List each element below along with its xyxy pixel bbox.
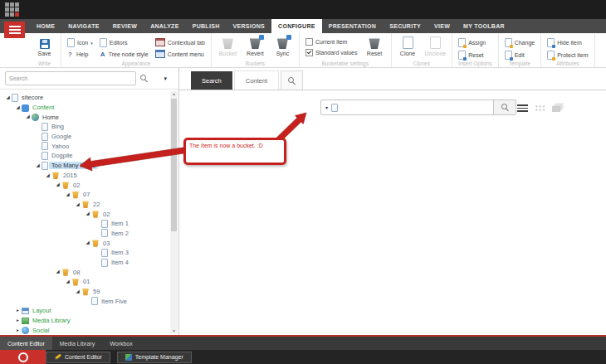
button-edit[interactable]: Edit [505, 51, 535, 60]
tree-scrollbar[interactable]: ▲ ▼ [170, 91, 178, 333]
search-icon[interactable] [140, 75, 148, 82]
tree-collapse-icon[interactable]: ◢ [64, 192, 71, 197]
tree-item-yahoo[interactable]: Yahoo [0, 141, 178, 151]
button-clone[interactable]: Clone [398, 36, 418, 56]
button-unclone[interactable]: Unclone [425, 36, 447, 56]
tree-expand-icon[interactable]: ▸ [14, 308, 22, 313]
tree-collapse-icon[interactable]: ◢ [74, 202, 81, 207]
tree-expand-icon[interactable]: ▸ [14, 328, 22, 333]
tree-item-home[interactable]: ◢Home [0, 112, 178, 122]
ribbon-tab-security[interactable]: SECURITY [383, 19, 428, 33]
app-tab-content-editor[interactable]: Content Editor [0, 337, 52, 350]
tree-item-item-4[interactable]: Item 4 [0, 258, 178, 268]
checkbox-current-item[interactable]: Current item [305, 38, 358, 46]
tree-item-bing[interactable]: Bing [0, 122, 178, 132]
scroll-down-icon[interactable]: ▼ [170, 328, 178, 333]
tree-collapse-icon[interactable]: ◢ [24, 114, 32, 119]
item-search-bar[interactable]: ▾ [320, 99, 496, 115]
taskbar-button-content-editor[interactable]: Content Editor [46, 352, 110, 363]
tree-item-layout[interactable]: ▸Layout [0, 306, 178, 316]
button-protect-item[interactable]: Protect item [547, 51, 588, 60]
tree-item-item-five[interactable]: Item Five [0, 296, 178, 306]
grid-view-icon[interactable] [535, 104, 545, 112]
button-icon[interactable]: Icon▾ [67, 38, 93, 47]
tree-item-03[interactable]: ◢03 [0, 238, 178, 248]
button-content-menu[interactable]: Content menu [155, 50, 205, 58]
tree-collapse-icon[interactable]: ◢ [74, 289, 81, 294]
button-bucket[interactable]: Bucket [217, 36, 238, 56]
ribbon-tab-review[interactable]: REVIEW [106, 19, 144, 33]
button-tree-node-style[interactable]: Tree node style [100, 51, 149, 58]
button-revert[interactable]: Revert [245, 36, 266, 56]
search-go-button[interactable] [493, 99, 516, 115]
button-reset[interactable]: Reset [364, 36, 385, 56]
app-tab-workbox[interactable]: Workbox [102, 337, 140, 350]
tree-item-2015[interactable]: ◢2015 [0, 171, 178, 181]
tree-collapse-icon[interactable]: ◢ [44, 173, 51, 178]
search-options-caret-icon[interactable]: ▾ [164, 75, 167, 82]
tree-expand-icon[interactable]: ▸ [14, 318, 22, 323]
checkbox-icon[interactable] [305, 38, 313, 46]
pencil-icon [54, 354, 61, 361]
button-contextual-tab[interactable]: Contextual tab [155, 38, 205, 46]
tree-collapse-icon[interactable]: ◢ [34, 163, 42, 168]
search-filter-caret-icon[interactable]: ▾ [325, 104, 328, 110]
item-search-input[interactable] [342, 104, 491, 111]
tree-item-item-1[interactable]: Item 1 [0, 219, 178, 229]
tree-item-sitecore[interactable]: ◢sitecore [0, 93, 178, 103]
tree-collapse-icon[interactable]: ◢ [54, 182, 61, 187]
tab-search[interactable]: Search [191, 71, 232, 90]
tree-collapse-icon[interactable]: ◢ [4, 95, 12, 100]
scrollbar-thumb[interactable] [171, 99, 177, 231]
tree-collapse-icon[interactable]: ◢ [64, 279, 71, 284]
tree-item-08[interactable]: ◢08 [0, 267, 178, 277]
tree-item-02[interactable]: ◢02 [0, 180, 178, 190]
sitecore-logo-button[interactable] [0, 350, 46, 364]
editor-search-tab-button[interactable] [281, 70, 303, 90]
button-reset[interactable]: Reset [458, 51, 486, 60]
tree-item-too-many-items[interactable]: ◢Too Many Items [0, 161, 178, 171]
button-change[interactable]: Change [505, 38, 535, 47]
ribbon-tab-analyze[interactable]: ANALYZE [144, 19, 186, 33]
checkbox-standard-values[interactable]: Standard values [305, 49, 358, 56]
tree-item-google[interactable]: Google [0, 132, 178, 142]
ribbon-tab-versions[interactable]: VERSIONS [227, 19, 272, 33]
button-assign[interactable]: Assign [458, 38, 486, 47]
ribbon-tab-navigate[interactable]: NAVIGATE [61, 19, 106, 33]
menu-hamburger-button[interactable] [4, 22, 25, 38]
tree-search-input[interactable] [5, 71, 136, 85]
scroll-up-icon[interactable]: ▲ [170, 91, 178, 96]
tree-collapse-icon[interactable]: ◢ [84, 211, 91, 216]
ribbon-tab-presentation[interactable]: PRESENTATION [322, 19, 383, 33]
checkbox-icon[interactable] [305, 49, 313, 56]
tree-item-content[interactable]: ◢Content [0, 103, 178, 113]
tree-item-01[interactable]: ◢01 [0, 277, 178, 287]
button-help[interactable]: Help [67, 51, 93, 58]
ribbon-tab-configure[interactable]: CONFIGURE [271, 19, 322, 33]
tree-item-item-2[interactable]: Item 2 [0, 229, 178, 239]
tree-item-media-library[interactable]: ▸Media Library [0, 316, 178, 326]
taskbar-button-template-manager[interactable]: Template Manager [117, 352, 192, 363]
tree-item-02[interactable]: ◢02 [0, 209, 178, 219]
tree-collapse-icon[interactable]: ◢ [84, 240, 91, 245]
list-view-icon[interactable] [517, 104, 528, 112]
tree-item-dogpile[interactable]: Dogpile [0, 151, 178, 161]
ribbon-tab-publish[interactable]: PUBLISH [186, 19, 227, 33]
button-save[interactable]: Save [34, 36, 55, 56]
ribbon-tab-home[interactable]: HOME [30, 19, 61, 33]
tree-item-social[interactable]: ▸Social [0, 326, 178, 336]
tree-item-22[interactable]: ◢22 [0, 200, 178, 210]
tree-collapse-icon[interactable]: ◢ [14, 105, 22, 110]
tree-item-59[interactable]: ◢59 [0, 287, 178, 297]
button-sync[interactable]: Sync [272, 36, 293, 56]
ribbon-tab-my-toolbar[interactable]: MY TOOLBAR [457, 19, 511, 33]
button-hide-item[interactable]: Hide item [547, 38, 588, 47]
tab-content[interactable]: Content [234, 70, 279, 90]
tree-collapse-icon[interactable]: ◢ [54, 269, 61, 274]
tree-item-item-3[interactable]: Item 3 [0, 248, 178, 258]
tree-item-07[interactable]: ◢07 [0, 190, 178, 200]
button-editors[interactable]: Editors [100, 38, 149, 47]
stack-view-icon[interactable] [552, 106, 560, 112]
app-tab-media-library[interactable]: Media Library [52, 337, 102, 350]
ribbon-tab-view[interactable]: VIEW [428, 19, 457, 33]
